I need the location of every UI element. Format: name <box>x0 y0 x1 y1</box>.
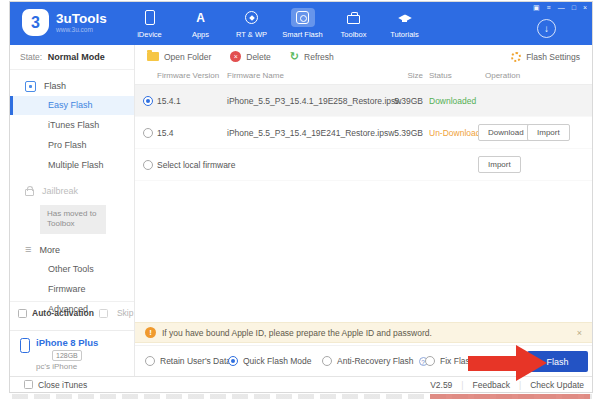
device-state-row: State: Normal Mode <box>10 45 134 70</box>
option-retain-users-data[interactable]: Retain User's Data <box>145 356 231 366</box>
gear-icon <box>511 52 521 62</box>
lock-icon <box>25 189 34 196</box>
refresh-icon: ↻ <box>290 51 299 62</box>
skin-icon[interactable]: ▣ <box>533 4 540 12</box>
firmware-version: 15.4 <box>157 117 174 149</box>
delete-icon: × <box>230 51 241 62</box>
state-label: State: <box>20 52 42 62</box>
option-anti-recovery-flash[interactable]: Anti-Recovery Flash ? <box>322 356 428 366</box>
firmware-radio[interactable] <box>143 128 153 138</box>
delete-label: Delete <box>246 52 271 62</box>
sidebar-section-flash[interactable]: Flash <box>10 77 134 95</box>
firmware-radio[interactable] <box>143 96 153 106</box>
notice-text: If you have bound Apple ID, please prepa… <box>162 328 432 338</box>
annotation-arrow <box>468 356 516 371</box>
more-icon: ≡ <box>25 244 31 255</box>
firmware-row[interactable]: Select local firmware Import <box>135 149 592 181</box>
nav-smart-flash[interactable]: Smart Flash <box>277 8 328 39</box>
nav-tutorials[interactable]: Tutorials <box>379 8 430 39</box>
logo-subtitle: www.3u.com <box>56 26 107 33</box>
apps-icon: A <box>196 12 205 24</box>
section-label: More <box>39 245 60 255</box>
flash-settings-button[interactable]: Flash Settings <box>511 52 580 62</box>
sidebar-item-easy-flash[interactable]: Easy Flash <box>10 96 134 115</box>
sidebar-item-firmware[interactable]: Firmware <box>10 280 134 299</box>
flash-section-icon <box>25 81 36 92</box>
jailbreak-moved-note: Has moved to Toolbox <box>40 205 106 234</box>
download-center-button[interactable]: ↓ <box>537 19 556 38</box>
nav-rt-wp[interactable]: RT & WP <box>226 8 277 39</box>
menu-icon[interactable]: ≡ <box>547 4 551 12</box>
delete-button[interactable]: × Delete <box>230 51 271 62</box>
section-label: Flash <box>44 81 66 91</box>
firmware-status: Un-Download <box>429 117 481 149</box>
sidebar-section-jailbreak: Jailbreak <box>10 182 134 200</box>
radio-icon <box>228 356 238 366</box>
auto-activation-row: Auto-activation Skip setup <box>10 301 134 324</box>
option-label: Anti-Recovery Flash <box>337 356 414 366</box>
maximize-icon[interactable]: □ <box>572 4 576 12</box>
radio-icon <box>425 356 435 366</box>
feedback-link[interactable]: Feedback <box>473 380 510 390</box>
nav-apps[interactable]: A Apps <box>175 8 226 39</box>
video-scrubber-red-segment <box>430 394 590 399</box>
auto-activation-checkbox[interactable] <box>18 309 27 318</box>
header-firmware-name: Firmware Name <box>227 71 284 80</box>
check-update-link[interactable]: Check Update <box>530 380 584 390</box>
app-logo[interactable]: 3 3uTools www.3u.com <box>22 9 107 36</box>
open-folder-label: Open Folder <box>164 52 211 62</box>
refresh-label: Refresh <box>304 52 334 62</box>
firmware-version: 15.4.1 <box>157 85 181 117</box>
close-itunes-option[interactable]: Close iTunes <box>24 380 87 390</box>
firmware-status: Downloaded <box>429 85 476 117</box>
open-folder-button[interactable]: Open Folder <box>147 52 211 62</box>
connected-device-panel: iPhone 8 Plus 128GB pc's iPhone <box>10 330 134 376</box>
close-itunes-label: Close iTunes <box>38 380 87 390</box>
divider: | <box>519 380 521 390</box>
logo-title: 3uTools <box>56 12 107 26</box>
tutorials-icon <box>398 13 412 23</box>
down-arrow-icon: ↓ <box>544 23 549 34</box>
version-label: V2.59 <box>430 380 452 390</box>
sidebar-item-other-tools[interactable]: Other Tools <box>10 260 134 279</box>
import-firmware-button[interactable]: Import <box>478 156 521 173</box>
radio-icon <box>145 356 155 366</box>
device-capacity-badge: 128GB <box>52 350 82 361</box>
nav-idevice[interactable]: iDevice <box>124 8 175 39</box>
status-bar: Close iTunes V2.59 | Feedback | Check Up… <box>10 376 592 392</box>
nav-label: Toolbox <box>341 30 367 39</box>
logo-badge-icon: 3 <box>22 9 49 36</box>
window-controls: ▣ ≡ — □ × <box>533 4 587 12</box>
firmware-radio[interactable] <box>143 160 153 170</box>
folder-icon <box>147 52 159 61</box>
nav-label: RT & WP <box>236 30 267 39</box>
firmware-size: 5.39GB <box>365 85 423 117</box>
firmware-toolbar: Open Folder × Delete ↻ Refresh Flash Set… <box>135 45 592 68</box>
close-icon[interactable]: × <box>583 4 587 12</box>
firmware-size: 5.39GB <box>365 117 423 149</box>
main-content: Open Folder × Delete ↻ Refresh Flash Set… <box>135 45 592 376</box>
nav-label: Tutorials <box>390 30 418 39</box>
radio-icon <box>322 356 332 366</box>
option-quick-flash-mode[interactable]: Quick Flash Mode <box>228 356 312 366</box>
app-header: ▣ ≡ — □ × 3 3uTools www.3u.com iDevice A… <box>10 2 592 45</box>
firmware-row[interactable]: 15.4 iPhone_5.5_P3_15.4_19E241_Restore.i… <box>135 117 592 149</box>
sidebar-item-multiple-flash[interactable]: Multiple Flash <box>10 156 134 175</box>
nav-toolbox[interactable]: Toolbox <box>328 8 379 39</box>
header-status: Status <box>429 71 452 80</box>
apple-id-notice: ! If you have bound Apple ID, please pre… <box>135 322 592 343</box>
sidebar-section-more[interactable]: ≡ More <box>10 241 134 259</box>
import-firmware-button[interactable]: Import <box>527 124 570 141</box>
sidebar-item-itunes-flash[interactable]: iTunes Flash <box>10 116 134 135</box>
sidebar-item-pro-flash[interactable]: Pro Flash <box>10 136 134 155</box>
close-itunes-checkbox[interactable] <box>24 380 33 389</box>
notice-close-icon[interactable]: × <box>577 328 582 338</box>
flash-settings-label: Flash Settings <box>526 52 580 62</box>
skip-setup-checkbox[interactable] <box>99 309 108 318</box>
header-size: Size <box>365 71 423 80</box>
refresh-button[interactable]: ↻ Refresh <box>290 51 334 62</box>
minimize-icon[interactable]: — <box>558 4 565 12</box>
select-local-firmware-label: Select local firmware <box>157 149 235 181</box>
download-firmware-button[interactable]: Download <box>478 124 534 141</box>
firmware-row[interactable]: 15.4.1 iPhone_5.5_P3_15.4.1_19E258_Resto… <box>135 85 592 117</box>
